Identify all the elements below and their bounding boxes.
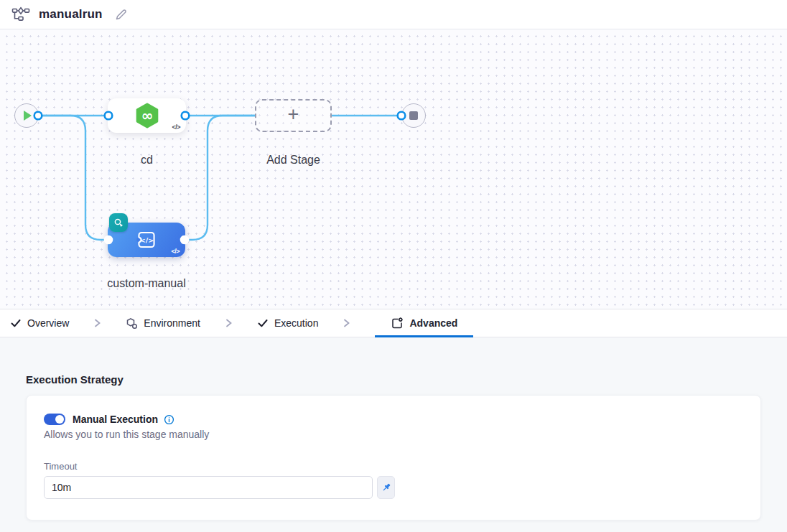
stage-label-cd: cd <box>108 154 186 167</box>
manual-execution-badge <box>109 213 128 232</box>
chevron-right-icon <box>225 309 233 337</box>
svg-text:∞: ∞ <box>141 107 153 124</box>
check-icon <box>257 317 269 329</box>
advanced-settings-icon <box>391 317 404 330</box>
tab-advanced[interactable]: Advanced <box>375 309 473 337</box>
stop-square-icon <box>409 111 418 120</box>
manual-execution-row: Manual Execution <box>44 414 743 425</box>
yaml-code-glyph: </> <box>171 248 180 255</box>
edit-pencil-icon[interactable] <box>114 8 128 22</box>
chevron-right-icon <box>93 309 101 337</box>
timeout-input-row <box>44 476 743 499</box>
check-icon <box>10 317 22 329</box>
manual-execution-click-icon <box>113 218 124 228</box>
yaml-code-glyph: </> <box>172 123 180 131</box>
stage-label-custom-manual: custom-manual <box>69 277 224 290</box>
connector-wires <box>0 29 787 309</box>
header: manualrun <box>0 0 787 29</box>
manual-execution-label: Manual Execution <box>73 414 158 425</box>
tab-environment[interactable]: Environment <box>126 309 200 337</box>
tab-overview[interactable]: Overview <box>10 309 69 337</box>
connector-ports <box>0 29 787 309</box>
start-node[interactable] <box>14 103 39 128</box>
timeout-input[interactable] <box>44 476 373 499</box>
stage-node-cd[interactable]: ∞ </> <box>108 98 186 133</box>
info-icon[interactable] <box>164 414 174 425</box>
pin-runtime-input-button[interactable] <box>377 476 395 499</box>
stage-config-tabs: Overview Environment Execution <box>0 309 787 337</box>
section-heading: Execution Strategy <box>26 373 761 386</box>
pipeline-studio: manualrun ∞ <box>0 0 787 532</box>
manual-execution-description: Allows you to run this stage manually <box>44 429 743 440</box>
add-stage-label: Add Stage <box>255 154 332 167</box>
toggle-knob <box>55 415 64 424</box>
environment-icon <box>126 317 138 330</box>
pipeline-canvas[interactable]: ∞ </> cd + Add Stage <box>0 29 787 309</box>
end-node[interactable] <box>401 103 426 128</box>
manual-execution-toggle[interactable] <box>44 414 65 425</box>
custom-stage-code-icon: </> <box>133 226 160 253</box>
stage-node-custom-manual[interactable]: </> </> <box>108 223 185 257</box>
add-stage-button[interactable]: + <box>255 99 332 132</box>
plus-icon: + <box>288 105 299 124</box>
pipeline-graph-icon <box>11 6 30 22</box>
advanced-tab-panel: Execution Strategy Manual Execution Allo… <box>0 337 787 532</box>
page-title: manualrun <box>39 7 103 22</box>
tab-execution[interactable]: Execution <box>257 309 318 337</box>
svg-text:</>: </> <box>140 236 154 244</box>
timeout-label: Timeout <box>44 461 743 472</box>
pin-runtime-input-icon <box>381 482 392 493</box>
play-icon <box>24 111 32 121</box>
execution-strategy-card: Manual Execution Allows you to run this … <box>26 395 761 521</box>
cd-hexagon-infinity-icon: ∞ <box>134 102 161 129</box>
chevron-right-icon <box>343 309 350 337</box>
